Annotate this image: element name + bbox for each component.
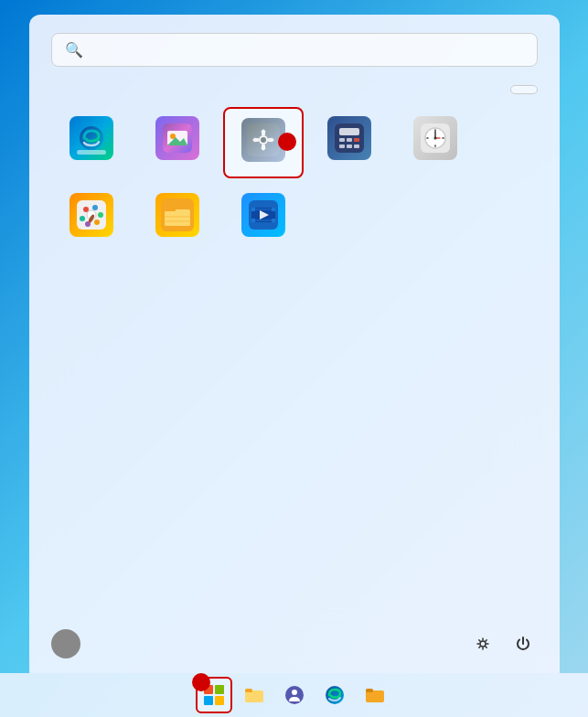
power-button[interactable] <box>508 629 538 658</box>
taskbar-files-button[interactable] <box>236 677 273 713</box>
svg-rect-69 <box>245 692 263 702</box>
app-edge[interactable] <box>51 107 132 178</box>
svg-rect-18 <box>339 138 345 142</box>
avatar <box>51 629 80 658</box>
svg-rect-52 <box>251 208 255 211</box>
suggestions-section <box>51 592 538 619</box>
photos-app-icon <box>155 116 199 160</box>
search-bar[interactable]: 🔍 <box>51 33 538 67</box>
user-actions <box>468 629 538 658</box>
svg-line-65 <box>485 640 486 641</box>
user-area <box>51 618 538 673</box>
svg-rect-21 <box>339 144 345 148</box>
suggestions-text <box>51 601 538 619</box>
movies-app-icon <box>241 193 285 237</box>
app-files[interactable] <box>137 184 218 251</box>
taskbar-teams-button[interactable] <box>276 677 313 713</box>
svg-rect-74 <box>366 689 373 692</box>
app-calculator[interactable] <box>309 107 390 178</box>
all-apps-button[interactable] <box>510 85 538 94</box>
paint-app-icon <box>69 193 113 237</box>
svg-rect-46 <box>165 211 190 226</box>
svg-point-71 <box>292 690 297 695</box>
svg-point-37 <box>98 212 103 218</box>
user-info[interactable] <box>51 629 90 658</box>
app-paint[interactable] <box>51 184 132 251</box>
svg-point-33 <box>433 137 436 140</box>
start-badge <box>192 673 210 691</box>
calculator-app-icon <box>327 116 371 160</box>
clock-app-icon <box>413 116 457 160</box>
svg-point-35 <box>83 207 89 212</box>
svg-rect-22 <box>347 144 352 148</box>
app-clock[interactable] <box>395 107 476 178</box>
svg-line-66 <box>478 647 479 647</box>
taskbar-edge-button[interactable] <box>316 677 353 713</box>
settings-step-badge <box>278 133 296 151</box>
svg-line-63 <box>478 640 479 641</box>
pinned-section-header <box>51 85 538 94</box>
svg-rect-68 <box>245 689 252 692</box>
empty-area <box>51 261 538 573</box>
svg-point-7 <box>261 137 266 143</box>
taskbar <box>0 673 588 717</box>
app-photos[interactable] <box>137 107 218 178</box>
app-movies[interactable] <box>223 184 304 251</box>
pinned-apps-grid <box>51 107 538 251</box>
svg-point-38 <box>94 219 100 225</box>
files-app-icon <box>155 193 199 237</box>
start-button[interactable] <box>196 677 232 713</box>
start-menu: 🔍 <box>29 15 560 673</box>
svg-point-58 <box>480 641 486 647</box>
edge-app-icon <box>69 116 113 160</box>
svg-rect-20 <box>354 138 359 142</box>
svg-point-36 <box>92 205 98 210</box>
svg-rect-53 <box>272 208 275 211</box>
svg-point-40 <box>80 216 85 221</box>
svg-line-64 <box>485 647 486 647</box>
svg-rect-17 <box>339 128 359 135</box>
search-icon: 🔍 <box>65 41 83 59</box>
taskbar-folder-button[interactable] <box>357 677 393 713</box>
svg-rect-23 <box>354 144 359 148</box>
search-input[interactable] <box>92 43 524 58</box>
app-settings[interactable] <box>223 107 304 178</box>
svg-rect-19 <box>347 138 352 142</box>
settings-gear-button[interactable] <box>468 629 497 658</box>
svg-rect-54 <box>251 219 255 222</box>
svg-rect-55 <box>272 219 275 222</box>
